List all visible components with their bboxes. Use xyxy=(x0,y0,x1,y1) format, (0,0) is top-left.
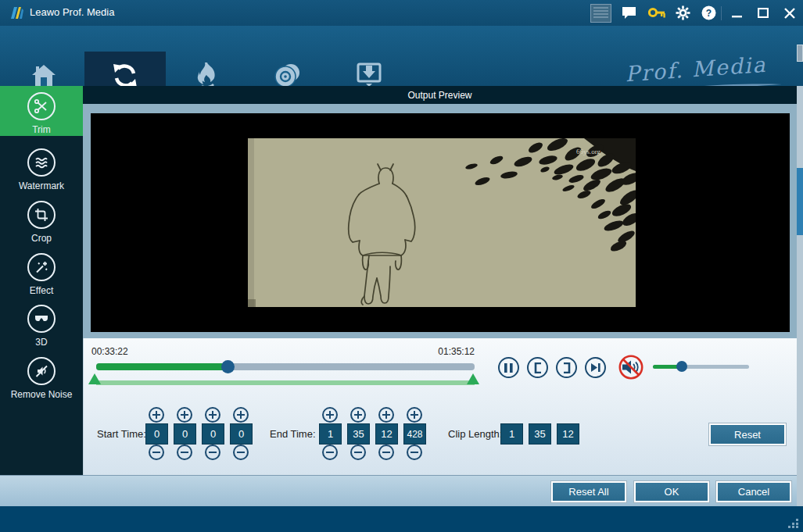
clip-h-value: 1 xyxy=(500,423,523,445)
crop-icon xyxy=(27,201,56,229)
sidebar-item-remove-noise-label: Remove Noise xyxy=(11,389,73,400)
bracket-right-icon xyxy=(563,362,571,373)
main-nav: Home Convert Burn xyxy=(0,26,803,86)
sidebar-item-watermark-label: Watermark xyxy=(19,180,64,191)
end-h-value[interactable]: 1 xyxy=(319,423,342,445)
end-time-label: End Time: xyxy=(270,428,316,440)
output-preview-title: Output Preview xyxy=(407,90,471,101)
watermark-waves-icon xyxy=(27,148,56,177)
end-h-decrease-button[interactable] xyxy=(322,445,338,460)
window-title: Leawo Prof. Media xyxy=(30,6,114,18)
app-logo-icon xyxy=(9,5,25,20)
reset-all-button[interactable]: Reset All xyxy=(551,481,626,502)
maximize-button[interactable] xyxy=(752,3,774,23)
pause-icon xyxy=(504,363,513,373)
current-time: 00:33:22 xyxy=(91,346,128,357)
register-button[interactable] xyxy=(646,3,668,23)
effect-wand-icon xyxy=(27,253,56,281)
reset-button[interactable]: Reset xyxy=(709,423,786,445)
bracket-left-icon xyxy=(534,362,542,373)
video-watermark: 66ys.org xyxy=(576,148,601,155)
end-m-decrease-button[interactable] xyxy=(350,445,366,460)
set-end-button[interactable] xyxy=(556,357,577,378)
mute-button[interactable] xyxy=(618,355,643,380)
remove-noise-icon xyxy=(27,357,56,385)
start-h-increase-button[interactable] xyxy=(149,407,164,423)
play-to-end-icon xyxy=(590,362,600,373)
close-icon xyxy=(784,8,795,19)
clip-m-value: 35 xyxy=(529,423,551,445)
sidebar-item-3d-label: 3D xyxy=(35,337,47,348)
output-preview-header: Output Preview xyxy=(83,86,797,104)
start-ms-increase-button[interactable] xyxy=(233,407,249,423)
end-ms-decrease-button[interactable] xyxy=(407,445,422,460)
end-h-increase-button[interactable] xyxy=(322,407,338,423)
start-s-decrease-button[interactable] xyxy=(205,445,220,460)
sidebar-item-trim-label: Trim xyxy=(32,124,51,135)
promo-banner-icon[interactable] xyxy=(590,4,611,23)
start-m-decrease-button[interactable] xyxy=(177,445,192,460)
minimize-button[interactable] xyxy=(726,3,747,23)
muted-speaker-icon xyxy=(618,355,643,380)
playback-progress-fill xyxy=(96,363,228,370)
trim-range-bar[interactable] xyxy=(96,380,475,385)
help-button[interactable]: ? xyxy=(697,3,719,23)
end-m-value[interactable]: 35 xyxy=(347,423,370,445)
tool-sidebar: Trim Watermark Crop xyxy=(0,86,83,475)
play-to-end-button[interactable] xyxy=(585,357,606,378)
maximize-icon xyxy=(758,8,769,18)
total-time: 01:35:12 xyxy=(381,346,475,357)
volume-fill xyxy=(653,365,682,369)
end-s-value[interactable]: 12 xyxy=(375,423,398,445)
set-start-button[interactable] xyxy=(527,357,548,378)
svg-text:?: ? xyxy=(705,8,711,19)
clip-s-value: 12 xyxy=(557,423,579,445)
sidebar-item-crop-label: Crop xyxy=(31,233,52,244)
scrollbar-top-button[interactable] xyxy=(797,45,803,62)
start-s-increase-button[interactable] xyxy=(205,407,220,423)
end-m-increase-button[interactable] xyxy=(350,407,366,423)
volume-handle[interactable] xyxy=(676,361,687,372)
key-icon xyxy=(648,6,665,20)
sidebar-item-crop[interactable]: Crop xyxy=(0,195,83,245)
sidebar-item-3d[interactable]: 3D xyxy=(0,298,83,348)
clip-length-label: Clip Length: xyxy=(448,428,502,440)
sidebar-item-remove-noise[interactable]: Remove Noise xyxy=(0,351,83,401)
trim-scissors-icon xyxy=(27,92,56,120)
feedback-button[interactable] xyxy=(618,3,640,23)
titlebar-divider xyxy=(721,6,722,20)
start-h-decrease-button[interactable] xyxy=(149,445,164,460)
close-button[interactable] xyxy=(779,3,801,23)
settings-button[interactable] xyxy=(672,3,694,23)
end-s-increase-button[interactable] xyxy=(378,407,394,423)
start-h-value[interactable]: 0 xyxy=(145,423,168,445)
sidebar-item-effect-label: Effect xyxy=(30,285,53,296)
trim-start-handle[interactable] xyxy=(88,373,101,384)
end-s-decrease-button[interactable] xyxy=(378,445,394,460)
start-m-value[interactable]: 0 xyxy=(174,423,196,445)
sidebar-item-watermark[interactable]: Watermark xyxy=(0,142,83,192)
start-ms-decrease-button[interactable] xyxy=(233,445,249,460)
pause-button[interactable] xyxy=(498,357,519,378)
scrollbar-thumb[interactable] xyxy=(797,168,803,235)
trim-end-handle[interactable] xyxy=(467,373,479,384)
start-s-value[interactable]: 0 xyxy=(202,423,224,445)
video-frame: 66ys.org xyxy=(248,138,636,307)
scrollbar-track[interactable] xyxy=(797,86,803,506)
end-ms-increase-button[interactable] xyxy=(407,407,422,423)
help-question-icon: ? xyxy=(701,5,716,20)
brand-logo-text: Prof. Media xyxy=(605,51,787,87)
sidebar-item-trim[interactable]: Trim xyxy=(0,86,83,136)
start-time-label: Start Time: xyxy=(97,428,146,440)
ok-button[interactable]: OK xyxy=(634,481,709,502)
playback-progress-bar[interactable] xyxy=(96,363,475,370)
resize-grip[interactable] xyxy=(788,519,799,528)
status-strip xyxy=(0,506,803,532)
3d-glasses-icon xyxy=(27,305,56,333)
start-m-increase-button[interactable] xyxy=(177,407,192,423)
sidebar-item-effect[interactable]: Effect xyxy=(0,247,83,297)
end-ms-value[interactable]: 428 xyxy=(403,423,426,445)
start-ms-value[interactable]: 0 xyxy=(230,423,253,445)
volume-slider[interactable] xyxy=(653,365,749,369)
cancel-button[interactable]: Cancel xyxy=(716,481,791,502)
